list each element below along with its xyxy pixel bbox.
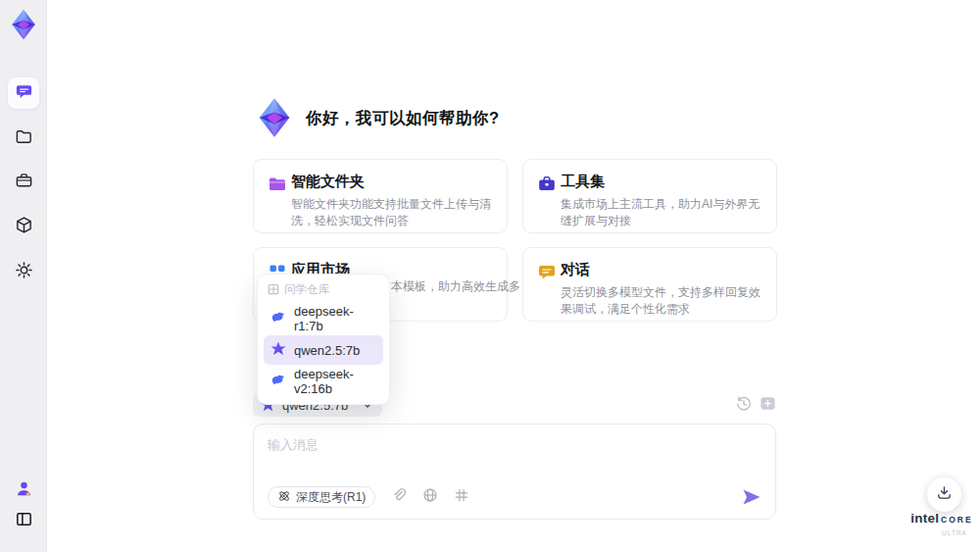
deep-think-toggle[interactable]: 深度思考(R1) — [268, 486, 375, 508]
hero-logo-icon — [253, 96, 296, 139]
qwen-star-icon — [270, 341, 286, 360]
folder-icon — [15, 127, 33, 150]
model-option-label: deepseek-v2:16b — [294, 367, 376, 396]
card-toolset[interactable]: 工具集 集成市场上主流工具，助力AI与外界无缝扩展与对接 — [522, 159, 777, 233]
card-description: 本模板，助力高效生成多 — [391, 278, 520, 295]
card-title: 工具集 — [561, 173, 605, 191]
model-option-deepseek-v2[interactable]: deepseek-v2:16b — [264, 367, 383, 396]
ultra-wordmark: ultra — [904, 527, 980, 540]
globe-icon — [422, 487, 438, 507]
chat-bubble-icon — [15, 82, 33, 105]
dropdown-group-label: 问学仓库 — [264, 281, 383, 302]
model-option-qwen[interactable]: qwen2.5:7b — [264, 335, 383, 365]
deepseek-whale-icon — [270, 310, 286, 328]
new-chat-icon — [760, 398, 776, 415]
history-icon — [736, 398, 752, 415]
sidebar — [0, 0, 47, 552]
card-description: 集成市场上主流工具，助力AI与外界无缝扩展与对接 — [561, 196, 768, 228]
download-button[interactable] — [927, 477, 961, 512]
folder-icon — [268, 175, 287, 194]
app-window: 你好，我可以如何帮助你? 智能文件夹 智能文件夹功能支持批量文件上传与清洗，轻松… — [0, 0, 980, 552]
grid-icon — [455, 488, 468, 506]
repo-icon — [268, 283, 279, 297]
card-title: 对话 — [561, 261, 590, 279]
download-icon — [936, 484, 953, 505]
model-dropdown: 问学仓库 deepseek-r1:7b qwen2.5:7b — [257, 274, 390, 405]
gear-icon — [15, 261, 33, 283]
send-icon — [742, 492, 761, 509]
deepseek-whale-icon — [270, 373, 286, 391]
sidebar-item-toolbox[interactable] — [8, 167, 39, 198]
sidebar-item-account[interactable] — [8, 475, 39, 506]
sidebar-item-folders[interactable] — [8, 123, 39, 154]
history-button[interactable] — [736, 396, 752, 412]
deep-think-label: 深度思考(R1) — [296, 489, 366, 506]
send-button[interactable] — [742, 488, 761, 506]
chat-bubble-icon — [537, 263, 557, 282]
sidebar-item-settings[interactable] — [8, 256, 39, 287]
web-search-button[interactable] — [421, 489, 438, 506]
sidebar-item-chat[interactable] — [8, 77, 39, 109]
card-title: 智能文件夹 — [291, 173, 365, 191]
paperclip-icon — [392, 487, 406, 507]
intel-wordmark: intel — [910, 511, 939, 526]
model-option-label: deepseek-r1:7b — [294, 304, 376, 333]
cube-icon — [15, 216, 33, 238]
sidebar-item-models[interactable] — [8, 211, 39, 242]
panel-toggle-icon — [15, 510, 33, 532]
app-logo-icon — [7, 8, 40, 41]
page-title: 你好，我可以如何帮助你? — [306, 108, 500, 129]
model-option-label: qwen2.5:7b — [294, 343, 360, 358]
deep-think-atom-icon — [277, 489, 291, 506]
core-wordmark: core — [941, 515, 973, 525]
message-input[interactable] — [268, 436, 758, 477]
new-chat-button[interactable] — [760, 395, 776, 412]
user-icon — [15, 479, 33, 502]
sidebar-item-collapse[interactable] — [8, 505, 39, 536]
attach-button[interactable] — [390, 489, 407, 506]
briefcase-icon — [15, 172, 33, 194]
composer-toolbar: 深度思考(R1) — [268, 486, 761, 508]
card-description: 灵活切换多模型文件，支持多样回复效果调试，满足个性化需求 — [561, 284, 768, 317]
card-description: 智能文件夹功能支持批量文件上传与清洗，轻松实现文件问答 — [291, 196, 499, 228]
card-smart-folder[interactable]: 智能文件夹 智能文件夹功能支持批量文件上传与清洗，轻松实现文件问答 — [253, 159, 508, 233]
intel-core-badge: intelcore ultra — [904, 511, 980, 540]
model-option-deepseek-r1[interactable]: deepseek-r1:7b — [264, 304, 383, 333]
apps-shortcut-button[interactable] — [453, 489, 469, 506]
briefcase-icon — [537, 175, 557, 194]
card-dialogue[interactable]: 对话 灵活切换多模型文件，支持多样回复效果调试，满足个性化需求 — [522, 247, 777, 322]
message-composer: 深度思考(R1) — [253, 424, 776, 520]
